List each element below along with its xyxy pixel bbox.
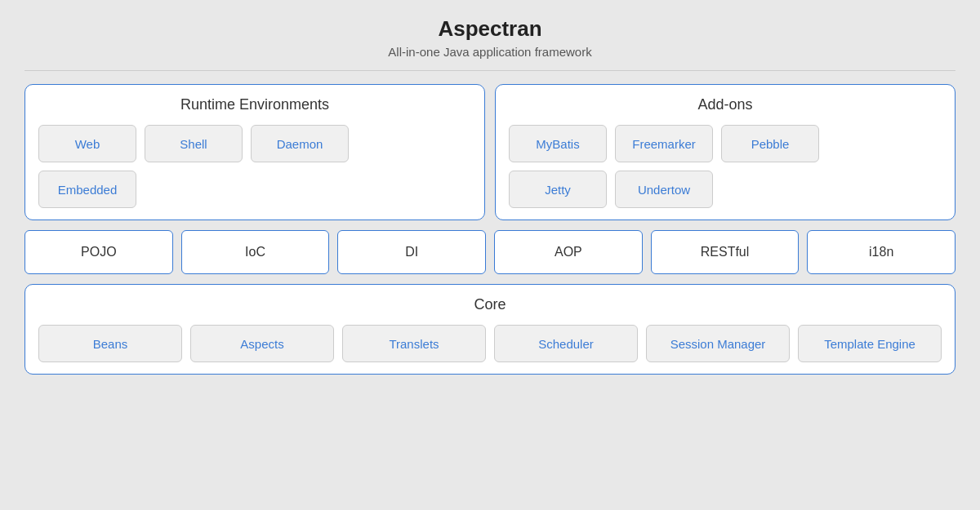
runtime-daemon: Daemon: [251, 125, 349, 162]
app-subtitle: All-in-one Java application framework: [24, 45, 956, 59]
middle-di: DI: [337, 230, 486, 274]
middle-aop: AOP: [494, 230, 643, 274]
runtime-row1: Web Shell Daemon: [38, 125, 471, 162]
runtime-title: Runtime Environments: [38, 96, 471, 113]
addons-row2: Jetty Undertow: [509, 171, 942, 208]
addon-pebble: Pebble: [721, 125, 819, 162]
core-scheduler: Scheduler: [494, 325, 638, 362]
core-translets: Translets: [342, 325, 486, 362]
row-middle: POJO IoC DI AOP RESTful i18n: [24, 230, 956, 274]
runtime-web: Web: [38, 125, 136, 162]
addon-mybatis: MyBatis: [509, 125, 607, 162]
middle-restful: RESTful: [651, 230, 800, 274]
core-aspects: Aspects: [190, 325, 334, 362]
core-session-manager: Session Manager: [646, 325, 790, 362]
runtime-embedded: Embedded: [38, 171, 136, 208]
core-template-engine: Template Engine: [798, 325, 942, 362]
core-items: Beans Aspects Translets Scheduler Sessio…: [38, 325, 942, 362]
middle-i18n: i18n: [807, 230, 956, 274]
header: Aspectran All-in-one Java application fr…: [24, 16, 956, 71]
addons-section: Add-ons MyBatis Freemarker Pebble Jetty …: [495, 84, 956, 220]
core-beans: Beans: [38, 325, 182, 362]
runtime-shell: Shell: [145, 125, 243, 162]
addon-jetty: Jetty: [509, 171, 607, 208]
addons-row1: MyBatis Freemarker Pebble: [509, 125, 942, 162]
core-title: Core: [38, 296, 942, 313]
runtime-row2: Embedded: [38, 171, 471, 208]
runtime-section: Runtime Environments Web Shell Daemon Em…: [24, 84, 485, 220]
row-top: Runtime Environments Web Shell Daemon Em…: [24, 84, 956, 220]
addon-freemarker: Freemarker: [615, 125, 713, 162]
addon-undertow: Undertow: [615, 171, 713, 208]
main-content: Runtime Environments Web Shell Daemon Em…: [24, 84, 956, 375]
addons-title: Add-ons: [509, 96, 942, 113]
app-title: Aspectran: [24, 16, 956, 42]
core-section: Core Beans Aspects Translets Scheduler S…: [24, 284, 956, 375]
middle-ioc: IoC: [181, 230, 330, 274]
middle-pojo: POJO: [24, 230, 173, 274]
